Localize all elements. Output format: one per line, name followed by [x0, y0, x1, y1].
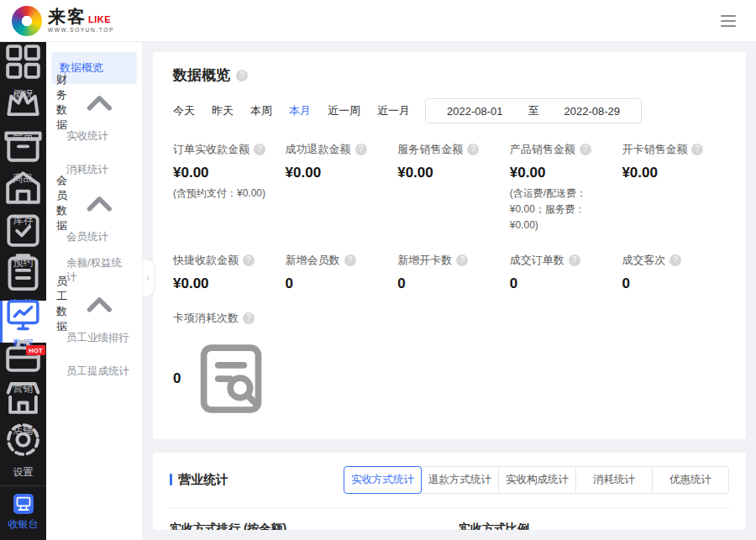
stat-label: 开卡销售金额: [622, 142, 687, 157]
logo-title: 来客: [48, 8, 87, 25]
stat-value: ¥0.00: [397, 165, 433, 181]
date-separator: 至: [528, 103, 539, 118]
quick-range-link[interactable]: 今天: [173, 103, 195, 118]
stat-card: 开卡销售金额 ¥0.00: [622, 142, 726, 234]
help-icon[interactable]: [243, 254, 255, 266]
help-icon[interactable]: [580, 144, 591, 155]
stat-label: 成交订单数: [510, 253, 564, 268]
goods-icon: [0, 123, 46, 169]
secondary-nav-item[interactable]: 员工数据: [46, 287, 142, 321]
stat-label: 新增开卡数: [397, 253, 452, 268]
help-icon[interactable]: [344, 254, 356, 266]
quick-range-link[interactable]: 近一月: [377, 103, 410, 118]
page-title: 数据概览: [173, 66, 230, 85]
help-icon[interactable]: [467, 144, 479, 155]
stat-card: 成交订单数 0: [510, 253, 614, 292]
quick-range-link[interactable]: 近一周: [328, 103, 360, 118]
app-logo: 来客 LIKE WWW.SOYUN.TOP: [12, 6, 114, 36]
sidebar-item-cashier[interactable]: 收银台: [0, 485, 46, 540]
stat-label: 成功退款金额: [286, 142, 351, 157]
secondary-nav-label: 会员数据: [56, 173, 67, 233]
section-title: 营业统计: [178, 472, 228, 488]
stat-value: 0: [286, 275, 293, 292]
primary-nav-item[interactable]: 设置: [0, 427, 46, 469]
business-tabs: 实收方式统计 退款方式统计 实收构成统计 消耗统计 优惠统计: [344, 466, 729, 494]
divider: [170, 507, 729, 508]
stat-card: 卡项消耗次数 0: [173, 311, 277, 424]
help-icon[interactable]: [569, 254, 580, 266]
date-start: 2022-08-01: [447, 105, 503, 118]
business-tab[interactable]: 实收方式统计: [344, 466, 422, 494]
stat-value: 0: [622, 275, 629, 292]
order-icon: [0, 249, 46, 295]
sidebar-collapse-handle[interactable]: [143, 259, 155, 297]
booking-icon: [0, 207, 46, 253]
dashboard-icon: [0, 39, 46, 85]
section-accent-bar: [170, 474, 172, 485]
secondary-nav-item[interactable]: 员工提成统计: [46, 354, 142, 388]
stat-label: 产品销售金额: [510, 142, 575, 157]
stat-label: 新增会员数: [286, 253, 340, 268]
top-header: 来客 LIKE WWW.SOYUN.TOP: [0, 0, 756, 42]
stat-value: ¥0.00: [173, 275, 209, 292]
member-icon: [0, 81, 46, 127]
stats-grid: 订单实收款金额 ¥0.00 (含预约支付：¥0.00) 成功退款金额: [173, 142, 726, 424]
logo-icon: [12, 6, 42, 36]
stat-card: 新增开卡数 0: [397, 253, 501, 292]
stat-value: 0: [173, 370, 181, 387]
date-filter-row: 今天 昨天 本周 本月 近一周 近一月 2022-08-01 至 20: [173, 98, 726, 123]
quick-range-links: 今天 昨天 本周 本月 近一周 近一月: [173, 103, 410, 118]
secondary-nav-label: 员工提成统计: [66, 364, 129, 379]
quick-range-link[interactable]: 本月: [289, 103, 311, 118]
primary-nav-label: 设置: [13, 465, 34, 480]
stat-card: 成功退款金额 ¥0.00: [286, 142, 390, 234]
report-icon[interactable]: [186, 333, 276, 424]
stat-card: 成交客次 0: [622, 253, 726, 292]
business-tab[interactable]: 实收构成统计: [498, 466, 576, 494]
stat-value: 0: [397, 275, 405, 292]
stat-note: (含预约支付：¥0.00): [173, 186, 277, 202]
help-icon[interactable]: [456, 254, 468, 266]
settings-icon: [0, 417, 46, 463]
logo-site: WWW.SOYUN.TOP: [48, 28, 114, 34]
stat-value: ¥0.00: [286, 165, 322, 181]
help-icon[interactable]: [355, 144, 367, 155]
cashier-icon: [13, 494, 34, 514]
cashier-label: 收银台: [8, 517, 39, 532]
business-tab[interactable]: 退款方式统计: [421, 466, 499, 494]
inventory-icon: [0, 165, 46, 211]
chevron-left-icon: [143, 273, 154, 284]
help-icon[interactable]: [236, 70, 248, 81]
business-tab[interactable]: 优惠统计: [652, 466, 729, 494]
business-stats-card: 营业统计 实收方式统计 退款方式统计 实收构成统计 消耗统计 优惠统计: [153, 453, 746, 530]
quick-range-link[interactable]: 昨天: [212, 103, 234, 118]
stat-label: 服务销售金额: [397, 142, 463, 157]
help-icon[interactable]: [254, 144, 265, 155]
date-end: 2022-08-29: [564, 105, 621, 118]
help-icon[interactable]: [243, 312, 255, 324]
stat-card: 新增会员数 0: [286, 253, 390, 292]
menu-icon[interactable]: [719, 12, 738, 30]
secondary-nav-label: 员工业绩排行: [66, 331, 129, 345]
stat-label: 快捷收款金额: [173, 253, 239, 268]
secondary-nav-label: 员工数据: [56, 274, 67, 334]
secondary-sidebar: 数据概览 财务数据 实收统计 消耗统计 会员数据: [46, 42, 143, 540]
secondary-nav-label: 会员统计: [66, 230, 108, 244]
stat-label: 成交客次: [622, 253, 665, 268]
logo-subtitle: LIKE: [88, 15, 111, 25]
secondary-nav-label: 财务数据: [56, 72, 67, 133]
help-icon[interactable]: [691, 144, 703, 155]
secondary-nav-item[interactable]: 财务数据: [46, 86, 142, 119]
stat-value: ¥0.00: [510, 165, 546, 181]
business-tab[interactable]: 消耗统计: [575, 466, 653, 494]
date-range-picker[interactable]: 2022-08-01 至 2022-08-29: [425, 98, 642, 123]
help-icon[interactable]: [669, 254, 681, 266]
stat-note: (含运费/配送费：¥0.00；服务费：¥0.00): [510, 186, 614, 234]
rank-title: 实收方式排行 (按金额): [170, 522, 440, 530]
ratio-title: 实收方式比例: [459, 522, 729, 530]
quick-range-link[interactable]: 本周: [250, 103, 272, 118]
shop-icon: [0, 375, 46, 421]
data-overview-card: 数据概览 今天 昨天 本周 本月 近一周: [153, 52, 746, 439]
secondary-nav-item[interactable]: 会员数据: [46, 186, 142, 220]
stat-value: 0: [510, 275, 517, 292]
